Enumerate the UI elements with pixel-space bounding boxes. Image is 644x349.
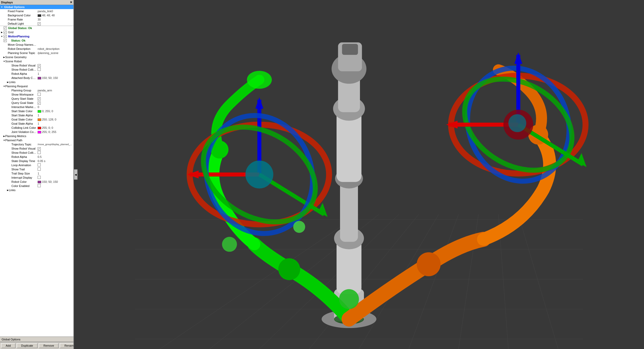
start-state-alpha-item[interactable]: Start State Alpha 1 xyxy=(0,113,73,117)
query-start-state-label: Query Start State xyxy=(1,97,37,100)
scene-geometry-item[interactable]: ▶ Scene Geometry xyxy=(0,55,73,59)
grid-label: Grid xyxy=(8,31,73,34)
goal-state-color-item[interactable]: Goal State Color 250; 128; 0 xyxy=(0,117,73,122)
query-goal-state-checkbox[interactable] xyxy=(38,102,41,105)
background-color-item[interactable]: Background Color 48; 48; 48 xyxy=(0,13,73,17)
fixed-frame-item[interactable]: Fixed Frame panda_link0 xyxy=(0,9,73,13)
scene-robot-links-item[interactable]: ▶ Links xyxy=(0,80,73,84)
query-start-state-item[interactable]: Query Start State xyxy=(0,97,73,101)
interrupt-display-checkbox[interactable] xyxy=(38,176,41,179)
state-display-time-label: State Display Time xyxy=(1,159,37,163)
show-workspace-item[interactable]: Show Workspace xyxy=(0,92,73,97)
mp-status-item[interactable]: Status: Ok xyxy=(0,38,73,43)
global-status-item[interactable]: Global Status: Ok xyxy=(0,26,73,30)
robot-alpha-value: 1 xyxy=(37,72,73,75)
motion-planning-checkbox[interactable] xyxy=(4,35,7,38)
green-joint1 xyxy=(278,258,300,280)
show-robot-collision-checkbox[interactable] xyxy=(38,68,41,71)
global-status-checkbox[interactable] xyxy=(4,26,7,30)
add-button[interactable]: Add xyxy=(1,343,16,348)
planned-path-links-item[interactable]: ▶ Links xyxy=(0,188,73,192)
move-group-ns-item[interactable]: Move Group Namespace xyxy=(0,43,73,47)
show-robot-collision-item[interactable]: Show Robot Collision xyxy=(0,68,73,72)
robot-alpha-item[interactable]: Robot Alpha 1 xyxy=(0,72,73,76)
interactive-marker-size-item[interactable]: Interactive Marker Size 0 xyxy=(0,105,73,109)
default-light-value xyxy=(37,22,73,25)
show-robot-collision-2-checkbox[interactable] xyxy=(38,151,41,154)
start-state-color-item[interactable]: Start State Color 0; 255; 0 xyxy=(0,109,73,113)
planning-request-item[interactable]: ▼ Planning Request xyxy=(0,84,73,88)
motion-planning-item[interactable]: ▼ MotionPlanning xyxy=(0,34,73,38)
tree-container[interactable]: ▼ Global Options Fixed Frame panda_link0… xyxy=(0,5,73,337)
loop-animation-checkbox[interactable] xyxy=(38,163,41,166)
robot-description-item[interactable]: Robot Description robot_description xyxy=(0,47,73,51)
frame-rate-label: Frame Rate xyxy=(1,18,37,21)
show-workspace-checkbox[interactable] xyxy=(38,93,41,96)
joint-violation-color-value: 255; 0; 255 xyxy=(37,130,73,133)
mp-status-checkbox[interactable] xyxy=(4,39,7,42)
scene-robot-item[interactable]: ▼ Scene Robot xyxy=(0,59,73,63)
attached-body-color-item[interactable]: Attached Body Color 150; 50; 150 xyxy=(0,76,73,80)
planning-group-item[interactable]: Planning Group panda_arm xyxy=(0,88,73,92)
close-icon[interactable]: ✕ xyxy=(70,1,72,4)
state-display-time-item[interactable]: State Display Time 0.05 s xyxy=(0,159,73,163)
show-trail-item[interactable]: Show Trail xyxy=(0,167,73,171)
trajectory-topic-label: Trajectory Topic xyxy=(1,143,37,146)
color-enabled-label: Color Enabled xyxy=(1,184,37,187)
color-enabled-item[interactable]: Color Enabled xyxy=(0,184,73,188)
query-goal-state-item[interactable]: Query Goal State xyxy=(0,101,73,105)
remove-button[interactable]: Remove xyxy=(39,343,59,348)
goal-sphere-inner xyxy=(508,114,526,132)
show-robot-visual-checkbox[interactable] xyxy=(38,64,41,67)
show-robot-visual-2-checkbox[interactable] xyxy=(38,147,41,150)
panel-title: Displays xyxy=(1,1,13,4)
query-goal-state-label: Query Goal State xyxy=(1,101,37,104)
collapse-button[interactable]: ◀ xyxy=(74,169,78,180)
status-text: Global Options xyxy=(2,338,20,341)
planning-metrics-expand: ▶ xyxy=(1,135,4,137)
planning-metrics-item[interactable]: ▶ Planning Metrics xyxy=(0,134,73,138)
show-robot-visual-item[interactable]: Show Robot Visual xyxy=(0,63,73,68)
planned-path-item[interactable]: ▼ Planned Path xyxy=(0,138,73,142)
planning-scene-topic-item[interactable]: Planning Scene Topic /planning_scene xyxy=(0,51,73,55)
start-state-color-value: 0; 255; 0 xyxy=(37,110,73,113)
show-robot-collision-2-label: Show Robot Collision xyxy=(1,151,37,154)
planned-path-label: Planned Path xyxy=(5,139,73,142)
grid-checkbox[interactable] xyxy=(4,31,7,34)
planned-path-links-expand: ▶ xyxy=(1,189,8,191)
trajectory-topic-value: /move_group/display_planned_path xyxy=(37,143,73,146)
joint-violation-color-item[interactable]: Joint Violation Color 255; 0; 255 xyxy=(0,130,73,134)
joint-violation-swatch xyxy=(38,131,41,133)
robot-alpha-2-item[interactable]: Robot Alpha 0.5 xyxy=(0,155,73,159)
color-enabled-checkbox[interactable] xyxy=(38,184,41,187)
show-robot-visual-value xyxy=(37,64,73,67)
planning-request-label: Planning Request xyxy=(5,85,73,88)
tree-spacer xyxy=(0,192,73,218)
loop-animation-item[interactable]: Loop Animation xyxy=(0,163,73,167)
goal-state-swatch xyxy=(38,118,41,121)
robot-alpha-2-value: 0.5 xyxy=(37,155,73,158)
rename-button[interactable]: Rename xyxy=(60,343,74,348)
show-trail-value xyxy=(37,167,73,171)
loop-animation-value xyxy=(37,163,73,167)
trail-step-size-item[interactable]: Trail Step Size 1 xyxy=(0,171,73,176)
show-trail-checkbox[interactable] xyxy=(38,167,41,171)
interrupt-display-item[interactable]: Interrupt Display xyxy=(0,176,73,180)
grid-item[interactable]: ▶ Grid xyxy=(0,30,73,34)
trajectory-topic-item[interactable]: Trajectory Topic /move_group/display_pla… xyxy=(0,142,73,146)
global-options-item[interactable]: ▼ Global Options xyxy=(0,5,73,9)
color-enabled-value xyxy=(37,184,73,188)
show-robot-collision-2-item[interactable]: Show Robot Collision xyxy=(0,151,73,155)
colliding-link-color-item[interactable]: Colliding Link Color 255; 0; 0 xyxy=(0,126,73,130)
3d-viewport[interactable] xyxy=(74,0,644,349)
duplicate-button[interactable]: Duplicate xyxy=(17,343,38,348)
robot-color-item[interactable]: Robot Color 150; 50; 150 xyxy=(0,180,73,184)
show-robot-visual-2-item[interactable]: Show Robot Visual xyxy=(0,146,73,151)
frame-rate-item[interactable]: Frame Rate 30 xyxy=(0,17,73,22)
goal-state-alpha-item[interactable]: Goal State Alpha 1 xyxy=(0,122,73,126)
query-start-state-checkbox[interactable] xyxy=(38,97,41,100)
default-light-checkbox[interactable] xyxy=(38,22,41,25)
svg-point-18 xyxy=(293,221,305,233)
default-light-item[interactable]: Default Light xyxy=(0,22,73,26)
goal-state-alpha-label: Goal State Alpha xyxy=(1,122,37,125)
